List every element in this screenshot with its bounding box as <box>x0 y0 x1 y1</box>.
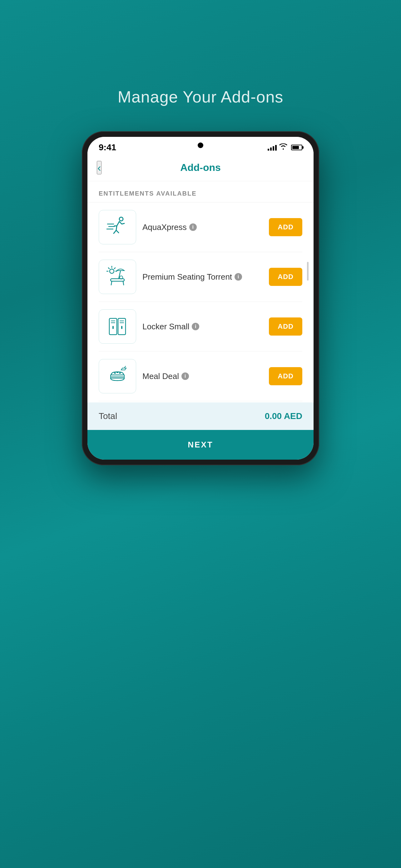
phone-screen: 9:41 <box>88 137 313 460</box>
svg-rect-15 <box>112 326 114 329</box>
addon-item-premium-seating: Premium Seating Torrent i ADD <box>99 252 302 302</box>
svg-point-25 <box>116 372 119 373</box>
battery-icon <box>291 145 302 150</box>
addon-name-aquaxpress: AquaXpress i <box>142 222 263 232</box>
phone-frame: 9:41 <box>82 131 319 465</box>
addon-info-premium-seating: Premium Seating Torrent i <box>142 272 263 282</box>
total-bar: Total 0.00 AED <box>88 402 313 430</box>
add-button-locker-small[interactable]: ADD <box>269 317 302 336</box>
addon-name-premium-seating: Premium Seating Torrent i <box>142 272 263 282</box>
addon-item-aquaxpress: AquaXpress i ADD <box>99 203 302 252</box>
add-button-aquaxpress[interactable]: ADD <box>269 218 302 236</box>
add-button-meal-deal[interactable]: ADD <box>269 367 302 385</box>
svg-line-6 <box>114 268 115 269</box>
addon-icon-locker-small <box>99 309 136 344</box>
scrollbar <box>307 262 308 281</box>
status-icons <box>268 144 302 152</box>
add-button-premium-seating[interactable]: ADD <box>269 268 302 286</box>
page-title: Manage Your Add-ons <box>118 88 283 106</box>
info-icon-premium-seating[interactable]: i <box>235 273 242 281</box>
total-amount: 0.00 AED <box>265 411 302 421</box>
svg-point-26 <box>119 372 121 374</box>
info-icon-meal-deal[interactable]: i <box>181 372 189 380</box>
camera-dot <box>198 143 203 148</box>
addon-name-meal-deal: Meal Deal i <box>142 372 263 381</box>
info-icon-aquaxpress[interactable]: i <box>189 223 197 231</box>
svg-rect-16 <box>121 326 123 329</box>
svg-point-0 <box>119 217 123 221</box>
addon-item-locker-small: Locker Small i ADD <box>99 302 302 351</box>
addon-icon-premium-seating <box>99 260 136 294</box>
svg-point-4 <box>110 269 114 273</box>
svg-line-8 <box>108 268 109 269</box>
addon-icon-meal-deal <box>99 359 136 393</box>
addon-info-aquaxpress: AquaXpress i <box>142 222 263 232</box>
addon-info-locker-small: Locker Small i <box>142 322 263 332</box>
wifi-icon <box>279 144 287 152</box>
signal-icon <box>268 144 277 151</box>
addon-icon-aquaxpress <box>99 210 136 244</box>
header-title: Add-ons <box>180 162 221 174</box>
back-button[interactable]: ‹ <box>97 161 101 174</box>
status-time: 9:41 <box>99 143 116 153</box>
total-label: Total <box>99 411 117 421</box>
next-button[interactable]: NEXT <box>88 430 313 460</box>
info-icon-locker-small[interactable]: i <box>192 323 199 330</box>
addon-name-locker-small: Locker Small i <box>142 322 263 332</box>
svg-point-24 <box>114 372 116 374</box>
addon-info-meal-deal: Meal Deal i <box>142 372 263 381</box>
addon-item-meal-deal: Meal Deal i ADD <box>99 351 302 401</box>
app-header: ‹ Add-ons <box>88 156 313 181</box>
section-label: ENTITLEMENTS AVAILABLE <box>88 181 313 203</box>
addon-list: AquaXpress i ADD <box>88 203 313 401</box>
svg-rect-11 <box>110 279 124 281</box>
